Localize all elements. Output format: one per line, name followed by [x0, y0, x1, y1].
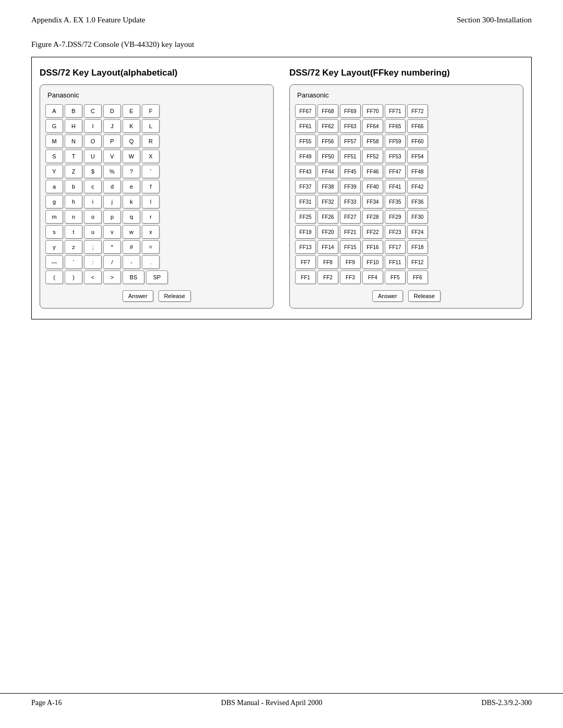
alpha-key-11-3[interactable]: > — [103, 270, 121, 284]
ff-key-2-1[interactable]: FF56 — [317, 134, 338, 148]
ff-key-8-2[interactable]: FF21 — [340, 225, 361, 239]
ff-key-2-3[interactable]: FF58 — [362, 134, 383, 148]
alpha-key-5-3[interactable]: d — [103, 180, 121, 193]
alpha-key-1-3[interactable]: J — [103, 119, 121, 133]
ff-key-0-4[interactable]: FF71 — [385, 104, 406, 118]
ff-key-11-3[interactable]: FF4 — [362, 270, 383, 284]
ff-key-1-2[interactable]: FF63 — [340, 119, 361, 133]
ff-key-9-3[interactable]: FF16 — [362, 240, 383, 254]
ff-key-5-1[interactable]: FF38 — [317, 180, 338, 193]
alpha-key-4-1[interactable]: Z — [65, 165, 82, 178]
ff-key-2-2[interactable]: FF57 — [340, 134, 361, 148]
alpha-key-8-3[interactable]: v — [103, 225, 121, 239]
alpha-key-2-0[interactable]: M — [45, 134, 63, 148]
alpha-key-5-0[interactable]: a — [45, 180, 63, 193]
alpha-answer-button[interactable]: Answer — [123, 290, 153, 302]
ff-key-2-5[interactable]: FF60 — [407, 134, 428, 148]
ff-key-9-4[interactable]: FF17 — [385, 240, 406, 254]
alpha-key-0-1[interactable]: B — [65, 104, 82, 118]
alpha-key-6-1[interactable]: h — [65, 195, 82, 208]
alpha-key-1-5[interactable]: L — [142, 119, 160, 133]
ff-key-4-1[interactable]: FF44 — [317, 165, 338, 178]
ff-key-11-2[interactable]: FF3 — [340, 270, 361, 284]
ff-key-0-1[interactable]: FF68 — [317, 104, 338, 118]
alpha-key-9-3[interactable]: * — [103, 240, 121, 254]
alpha-key-9-0[interactable]: y — [45, 240, 63, 254]
alpha-key-0-0[interactable]: A — [45, 104, 63, 118]
ff-key-10-0[interactable]: FF7 — [295, 255, 316, 269]
alpha-key-10-2[interactable]: : — [84, 255, 102, 269]
alpha-release-button[interactable]: Release — [158, 290, 191, 302]
ff-key-7-5[interactable]: FF30 — [407, 210, 428, 224]
alpha-key-10-5[interactable]: . — [142, 255, 160, 269]
alpha-key-0-5[interactable]: F — [142, 104, 160, 118]
ff-key-0-0[interactable]: FF67 — [295, 104, 316, 118]
alpha-key-6-0[interactable]: g — [45, 195, 63, 208]
ff-key-9-0[interactable]: FF13 — [295, 240, 316, 254]
alpha-key-7-3[interactable]: p — [103, 210, 121, 224]
ff-key-5-0[interactable]: FF37 — [295, 180, 316, 193]
alpha-key-6-4[interactable]: k — [123, 195, 140, 208]
ff-key-4-0[interactable]: FF43 — [295, 165, 316, 178]
alpha-key-10-1[interactable]: ' — [65, 255, 82, 269]
alpha-key-1-2[interactable]: I — [84, 119, 102, 133]
alpha-key-8-5[interactable]: x — [142, 225, 160, 239]
ff-key-1-5[interactable]: FF66 — [407, 119, 428, 133]
ff-key-4-3[interactable]: FF46 — [362, 165, 383, 178]
ff-key-3-2[interactable]: FF51 — [340, 150, 361, 163]
alpha-key-4-4[interactable]: ? — [123, 165, 140, 178]
alpha-key-9-1[interactable]: z — [65, 240, 82, 254]
alpha-key-7-5[interactable]: r — [142, 210, 160, 224]
alpha-key-11-1[interactable]: ) — [65, 270, 82, 284]
ff-key-3-3[interactable]: FF52 — [362, 150, 383, 163]
ff-key-11-0[interactable]: FF1 — [295, 270, 316, 284]
ff-key-7-4[interactable]: FF29 — [385, 210, 406, 224]
ff-key-1-4[interactable]: FF65 — [385, 119, 406, 133]
ff-key-0-5[interactable]: FF72 — [407, 104, 428, 118]
ff-key-0-3[interactable]: FF70 — [362, 104, 383, 118]
alpha-key-5-4[interactable]: e — [123, 180, 140, 193]
ff-answer-button[interactable]: Answer — [372, 290, 403, 302]
ff-key-11-5[interactable]: FF6 — [407, 270, 428, 284]
ff-key-10-1[interactable]: FF8 — [317, 255, 338, 269]
ff-key-4-5[interactable]: FF48 — [407, 165, 428, 178]
alpha-key-11-5[interactable]: SP — [146, 270, 168, 284]
ff-key-6-4[interactable]: FF35 — [385, 195, 406, 208]
alpha-key-10-0[interactable]: — — [45, 255, 63, 269]
alpha-key-8-1[interactable]: t — [65, 225, 82, 239]
alpha-key-3-0[interactable]: S — [45, 150, 63, 163]
ff-key-3-1[interactable]: FF50 — [317, 150, 338, 163]
ff-key-9-2[interactable]: FF15 — [340, 240, 361, 254]
alpha-key-2-3[interactable]: P — [103, 134, 121, 148]
alpha-key-5-5[interactable]: f — [142, 180, 160, 193]
alpha-key-8-2[interactable]: u — [84, 225, 102, 239]
ff-key-1-1[interactable]: FF62 — [317, 119, 338, 133]
ff-key-6-5[interactable]: FF36 — [407, 195, 428, 208]
ff-key-0-2[interactable]: FF69 — [340, 104, 361, 118]
ff-key-10-2[interactable]: FF9 — [340, 255, 361, 269]
alpha-key-9-4[interactable]: # — [123, 240, 140, 254]
ff-key-3-5[interactable]: FF54 — [407, 150, 428, 163]
ff-key-5-4[interactable]: FF41 — [385, 180, 406, 193]
alpha-key-4-0[interactable]: Y — [45, 165, 63, 178]
alpha-key-0-3[interactable]: D — [103, 104, 121, 118]
ff-key-5-5[interactable]: FF42 — [407, 180, 428, 193]
alpha-key-3-4[interactable]: W — [123, 150, 140, 163]
ff-key-11-1[interactable]: FF2 — [317, 270, 338, 284]
alpha-key-0-2[interactable]: C — [84, 104, 102, 118]
ff-key-5-2[interactable]: FF39 — [340, 180, 361, 193]
alpha-key-8-0[interactable]: s — [45, 225, 63, 239]
alpha-key-11-2[interactable]: < — [84, 270, 102, 284]
alpha-key-1-0[interactable]: G — [45, 119, 63, 133]
ff-key-6-3[interactable]: FF34 — [362, 195, 383, 208]
alpha-key-3-2[interactable]: U — [84, 150, 102, 163]
alpha-key-11-4[interactable]: BS — [123, 270, 144, 284]
ff-key-3-0[interactable]: FF49 — [295, 150, 316, 163]
alpha-key-0-4[interactable]: E — [123, 104, 140, 118]
ff-key-2-0[interactable]: FF55 — [295, 134, 316, 148]
alpha-key-2-2[interactable]: O — [84, 134, 102, 148]
ff-key-4-2[interactable]: FF45 — [340, 165, 361, 178]
ff-key-4-4[interactable]: FF47 — [385, 165, 406, 178]
alpha-key-2-1[interactable]: N — [65, 134, 82, 148]
ff-key-8-4[interactable]: FF23 — [385, 225, 406, 239]
